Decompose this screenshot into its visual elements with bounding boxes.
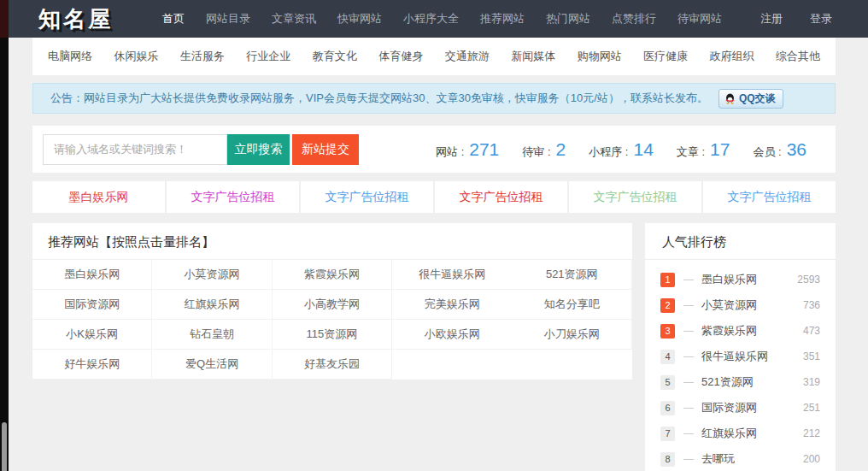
nav-item[interactable]: 首页 [162, 11, 185, 26]
ranking-row[interactable]: 5 — 521资源网 319 [660, 369, 820, 395]
ranking-row[interactable]: 7 — 红旗娱乐网 212 [660, 421, 820, 446]
recommended-grid: 墨白娱乐网 小莫资源网 紫霞娱乐网 很牛逼娱乐网 521资源网 国际资源网 红旗… [32, 260, 632, 380]
ranked-site-link[interactable]: 红旗娱乐网 [701, 426, 757, 441]
rank-dash: — [683, 427, 694, 439]
category-item[interactable]: 综合其他 [776, 49, 820, 64]
ranked-site-link[interactable]: 国际资源网 [701, 400, 757, 415]
category-item[interactable]: 休闲娱乐 [114, 49, 158, 64]
rank-hits: 251 [803, 402, 820, 414]
ranking-row[interactable]: 3 — 紫霞娱乐网 473 [660, 318, 820, 344]
register-link[interactable]: 注册 [760, 11, 783, 26]
stat-value: 14 [633, 139, 653, 160]
ranked-site-link[interactable]: 很牛逼娱乐网 [701, 349, 768, 364]
site-link[interactable]: 小刀娱乐网 [513, 320, 632, 350]
page: 知名屋 首页 网站目录 文章资讯 快审网站 小程序大全 推荐网站 [9, 0, 868, 471]
nav-item[interactable]: 快审网站 [337, 11, 382, 26]
category-item[interactable]: 医疗健康 [643, 49, 688, 64]
category-item[interactable]: 生活服务 [180, 49, 225, 64]
text-ad-link[interactable]: 文字广告位招租 [301, 181, 433, 213]
site-link[interactable]: 521资源网 [513, 260, 632, 290]
site-link[interactable]: 小K娱乐网 [32, 320, 152, 350]
category-item[interactable]: 电脑网络 [48, 49, 92, 64]
ranked-site-link[interactable]: 墨白娱乐网 [701, 272, 757, 287]
site-link[interactable]: 知名分享吧 [513, 290, 632, 320]
category-item[interactable]: 政府组织 [710, 49, 754, 64]
search-input[interactable] [43, 134, 227, 165]
nav-item[interactable]: 热门网站 [546, 11, 590, 26]
stat-label: 网站 : [436, 144, 464, 160]
category-item[interactable]: 行业企业 [246, 49, 290, 64]
rank-badge: 6 [660, 401, 675, 415]
site-link[interactable]: 小莫资源网 [152, 260, 272, 290]
text-ad-link[interactable]: 文字广告位招租 [703, 181, 836, 213]
text-ad-row: 墨白娱乐网 文字广告位招租 文字广告位招租 文字广告位招租 文字广告位招租 文字… [32, 181, 836, 213]
ranking-row[interactable]: 6 — 国际资源网 251 [660, 395, 820, 421]
stat-value: 36 [787, 139, 806, 160]
login-link[interactable]: 登录 [810, 11, 832, 26]
window-edge-top [0, 0, 9, 38]
site-link[interactable]: 墨白娱乐网 [32, 260, 152, 290]
nav-item[interactable]: 待审网站 [677, 11, 722, 26]
submit-site-button[interactable]: 新站提交 [292, 134, 359, 165]
site-link[interactable]: 很牛逼娱乐网 [392, 260, 512, 290]
stat-item: 会员 : 36 [753, 139, 806, 160]
ranked-site-link[interactable]: 紫霞娱乐网 [701, 323, 757, 339]
site-link[interactable]: 完美娱乐网 [392, 290, 512, 320]
nav-item[interactable]: 文章资讯 [272, 11, 316, 26]
stat-value: 17 [710, 139, 730, 160]
ranked-site-link[interactable]: 小莫资源网 [701, 297, 757, 313]
search-button[interactable]: 立即搜索 [227, 134, 290, 165]
rank-badge: 7 [660, 427, 675, 441]
category-item[interactable]: 交通旅游 [445, 49, 490, 64]
site-link[interactable]: 国际资源网 [32, 290, 152, 320]
site-link[interactable]: 小欧娱乐网 [392, 320, 512, 350]
qq-chat-button[interactable]: QQ交谈 [718, 89, 783, 109]
category-item[interactable]: 体育健身 [378, 49, 423, 64]
nav-item[interactable]: 点赞排行 [612, 11, 656, 26]
site-link[interactable]: 好牛娱乐网 [32, 350, 152, 380]
stat-item: 文章 : 17 [677, 139, 730, 160]
scrollbar-thumb[interactable] [2, 422, 7, 471]
announcement-text: 公告：网站目录为广大站长提供免费收录网站服务，VIP会员每天提交网站30、文章3… [50, 91, 708, 106]
rank-dash: — [683, 402, 694, 414]
category-item[interactable]: 购物网站 [578, 49, 622, 64]
browser-viewport: 知名屋 首页 网站目录 文章资讯 快审网站 小程序大全 推荐网站 [0, 0, 868, 471]
site-logo[interactable]: 知名屋 [32, 4, 113, 34]
site-link[interactable]: 钻石皇朝 [152, 320, 272, 350]
stat-item: 小程序 : 14 [589, 139, 654, 160]
rank-hits: 736 [803, 299, 820, 311]
stat-value: 271 [469, 139, 499, 160]
text-ad-link[interactable]: 文字广告位招租 [569, 181, 701, 213]
nav-item[interactable]: 小程序大全 [403, 11, 459, 26]
rank-hits: 212 [803, 427, 820, 439]
site-link[interactable]: 红旗娱乐网 [152, 290, 272, 320]
stat-label: 文章 : [677, 144, 705, 160]
category-item[interactable]: 新闻媒体 [511, 49, 555, 64]
ranking-row[interactable]: 8 — 去哪玩 200 [660, 446, 820, 471]
text-ad-link[interactable]: 文字广告位招租 [435, 181, 567, 213]
nav-item[interactable]: 网站目录 [206, 11, 250, 26]
site-link[interactable]: 小高教学网 [273, 290, 392, 320]
site-link[interactable]: 爱Q生活网 [152, 350, 272, 380]
site-link[interactable]: 115资源网 [273, 320, 392, 350]
category-item[interactable]: 教育文化 [313, 49, 357, 64]
ranked-site-link[interactable]: 去哪玩 [701, 451, 735, 467]
rank-badge: 1 [660, 273, 675, 287]
site-link[interactable]: 紫霞娱乐网 [273, 260, 392, 290]
text-ad-link[interactable]: 墨白娱乐网 [32, 181, 165, 213]
nav-item[interactable]: 推荐网站 [480, 11, 525, 26]
site-stats: 网站 : 271 待审 : 2 小程序 : 14 [436, 139, 825, 160]
ranked-site-link[interactable]: 521资源网 [701, 374, 754, 390]
rank-hits: 2593 [797, 274, 820, 286]
text-ad-link[interactable]: 文字广告位招租 [167, 181, 299, 213]
qq-penguin-icon [724, 93, 736, 104]
ranking-row[interactable]: 4 — 很牛逼娱乐网 351 [660, 344, 820, 369]
recommended-sites-panel: 推荐网站【按照点击量排名】 墨白娱乐网 小莫资源网 紫霞娱乐网 很牛逼娱乐网 5… [32, 223, 632, 380]
ranking-row[interactable]: 1 — 墨白娱乐网 2593 [660, 267, 820, 292]
rank-dash: — [683, 350, 694, 362]
ranking-row[interactable]: 2 — 小莫资源网 736 [660, 292, 820, 318]
stat-value: 2 [556, 139, 566, 160]
site-link[interactable]: 好基友乐园 [273, 350, 392, 380]
ranking-title: 人气排行榜 [645, 223, 836, 260]
search-section: 立即搜索 新站提交 网站 : 271 待审 : 2 [32, 126, 836, 173]
